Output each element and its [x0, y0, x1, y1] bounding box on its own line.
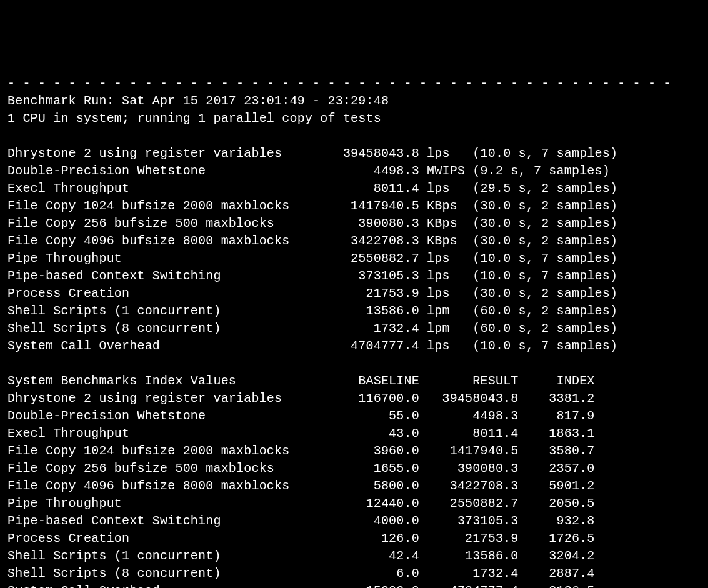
output-line: Pipe-based Context Switching 373105.3 lp… — [7, 267, 701, 285]
output-line: Shell Scripts (1 concurrent) 13586.0 lpm… — [7, 302, 701, 320]
output-line: Dhrystone 2 using register variables 116… — [7, 390, 701, 407]
output-line: Pipe-based Context Switching 4000.0 3731… — [7, 512, 701, 530]
output-line: Dhrystone 2 using register variables 394… — [7, 145, 701, 162]
output-line: Execl Throughput 8011.4 lps (29.5 s, 2 s… — [7, 180, 701, 197]
output-line: Shell Scripts (8 concurrent) 6.0 1732.4 … — [7, 565, 701, 582]
output-line: - - - - - - - - - - - - - - - - - - - - … — [7, 75, 701, 92]
output-line: Benchmark Run: Sat Apr 15 2017 23:01:49 … — [7, 92, 701, 110]
output-line: File Copy 4096 bufsize 8000 maxblocks 34… — [7, 232, 701, 250]
output-line: System Call Overhead 15000.0 4704777.4 3… — [7, 582, 701, 588]
output-line: Pipe Throughput 12440.0 2550882.7 2050.5 — [7, 495, 701, 512]
output-line: File Copy 4096 bufsize 8000 maxblocks 58… — [7, 477, 701, 495]
output-line: Process Creation 21753.9 lps (30.0 s, 2 … — [7, 285, 701, 302]
output-line: Process Creation 126.0 21753.9 1726.5 — [7, 530, 701, 547]
output-line: System Benchmarks Index Values BASELINE … — [7, 372, 701, 390]
output-line: Pipe Throughput 2550882.7 lps (10.0 s, 7… — [7, 250, 701, 267]
output-line: File Copy 1024 bufsize 2000 maxblocks 39… — [7, 442, 701, 460]
output-line: Double-Precision Whetstone 55.0 4498.3 8… — [7, 407, 701, 425]
output-line: File Copy 256 bufsize 500 maxblocks 3900… — [7, 215, 701, 232]
output-line: Double-Precision Whetstone 4498.3 MWIPS … — [7, 162, 701, 180]
output-line: File Copy 256 bufsize 500 maxblocks 1655… — [7, 460, 701, 477]
output-line — [7, 127, 701, 145]
terminal-output: - - - - - - - - - - - - - - - - - - - - … — [7, 75, 701, 588]
output-line: Shell Scripts (8 concurrent) 1732.4 lpm … — [7, 320, 701, 337]
output-line: File Copy 1024 bufsize 2000 maxblocks 14… — [7, 197, 701, 215]
output-line: System Call Overhead 4704777.4 lps (10.0… — [7, 337, 701, 355]
output-line: Shell Scripts (1 concurrent) 42.4 13586.… — [7, 547, 701, 565]
output-line — [7, 355, 701, 372]
output-line: 1 CPU in system; running 1 parallel copy… — [7, 110, 701, 127]
output-line: Execl Throughput 43.0 8011.4 1863.1 — [7, 425, 701, 442]
